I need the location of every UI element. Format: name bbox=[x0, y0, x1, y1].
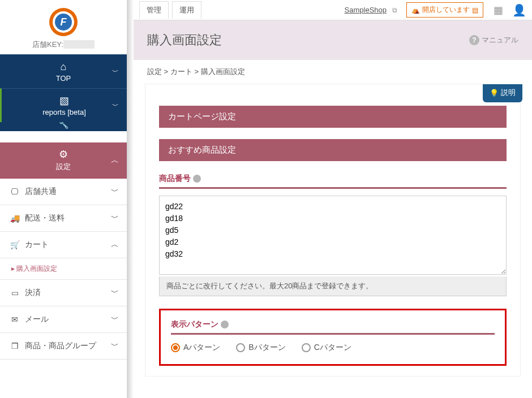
card-icon: ▭ bbox=[9, 288, 20, 297]
nav-reports-label: reports [beta] bbox=[42, 108, 86, 116]
external-link-icon: ⧉ bbox=[392, 6, 397, 14]
field-product-no-label: 商品番号 bbox=[159, 174, 507, 184]
sidebar-item-label: 商品・商品グループ bbox=[25, 341, 96, 351]
nav-settings-label: 設定 bbox=[56, 162, 71, 172]
sidebar-item-cart[interactable]: 🛒 カート ︿ bbox=[0, 232, 127, 258]
logo-icon: F bbox=[49, 8, 78, 36]
chart-icon: ▧ bbox=[59, 96, 69, 106]
sidebar-item-mail[interactable]: ✉ メール ﹀ bbox=[0, 306, 127, 333]
field-pattern-label: 表示パターン bbox=[171, 319, 495, 330]
gear-icon: ⚙ bbox=[59, 149, 68, 159]
sidebar-item-store-common[interactable]: 🖵 店舗共通 ﹀ bbox=[0, 179, 127, 205]
user-icon[interactable]: 👤 bbox=[512, 3, 526, 17]
radio-label: Cパターン bbox=[314, 343, 351, 353]
nav-top[interactable]: ⌂ TOP ﹀ bbox=[0, 54, 127, 88]
radio-icon bbox=[171, 343, 180, 352]
chevron-up-icon: ︿ bbox=[111, 155, 119, 166]
pattern-radio-group: Aパターン Bパターン Cパターン bbox=[171, 343, 495, 353]
product-no-textarea[interactable] bbox=[159, 196, 507, 275]
sidebar-item-shipping[interactable]: 🚚 配送・送料 ﹀ bbox=[0, 205, 127, 232]
store-key: 店舗KEY:xxxxxx bbox=[0, 40, 127, 50]
breadcrumb: 設定 > カート > 購入画面設定 bbox=[134, 60, 532, 84]
field-underline bbox=[159, 187, 507, 189]
nav-reports[interactable]: ▧ reports [beta] ﹀ bbox=[0, 88, 127, 122]
tab-admin[interactable]: 管理 bbox=[139, 1, 169, 19]
field-underline bbox=[171, 333, 495, 335]
radio-pattern-b[interactable]: Bパターン bbox=[236, 343, 285, 353]
nav-settings[interactable]: ⚙ 設定 ︿ bbox=[0, 142, 127, 179]
manual-label: マニュアル bbox=[482, 35, 518, 45]
tab-ops[interactable]: 運用 bbox=[172, 1, 201, 19]
settings-card: 💡 説明 カートページ設定 おすすめ商品設定 商品番号 商品ごとに改行してくださ… bbox=[145, 84, 521, 377]
bulb-icon: 💡 bbox=[490, 89, 499, 97]
sidebar-item-label: 決済 bbox=[25, 288, 41, 298]
nav-collapsed: 🔧 bbox=[0, 122, 127, 131]
shop-status-label: 開店しています bbox=[422, 5, 470, 15]
sidebar-item-label: 配送・送料 bbox=[25, 213, 65, 223]
chevron-down-icon: ﹀ bbox=[111, 314, 119, 325]
sidebar-item-products[interactable]: ❐ 商品・商品グループ ﹀ bbox=[0, 333, 127, 360]
section-recommend: おすすめ商品設定 bbox=[159, 139, 507, 161]
shop-status-button[interactable]: ⛺ 開店しています ▤ bbox=[406, 2, 483, 18]
radio-icon bbox=[236, 343, 245, 352]
radio-pattern-a[interactable]: Aパターン bbox=[171, 343, 220, 353]
radio-icon bbox=[302, 343, 311, 352]
chevron-down-icon: ﹀ bbox=[112, 67, 119, 76]
wrench-icon: 🔧 bbox=[59, 122, 68, 129]
explain-label: 説明 bbox=[501, 88, 516, 98]
logo-area: F 店舗KEY:xxxxxx bbox=[0, 0, 127, 54]
truck-icon: 🚚 bbox=[9, 214, 20, 223]
divider-shadow bbox=[127, 0, 134, 398]
hint-icon bbox=[221, 321, 229, 328]
sidebar-subitem-label: 購入画面設定 bbox=[16, 265, 57, 272]
apps-icon[interactable]: ▦ bbox=[494, 4, 503, 16]
sidebar-item-label: カート bbox=[25, 240, 49, 250]
copy-icon: ❐ bbox=[9, 341, 20, 351]
chevron-down-icon: ﹀ bbox=[111, 187, 119, 197]
chevron-down-icon: ﹀ bbox=[111, 213, 119, 223]
page-header: 購入画面設定 ? マニュアル bbox=[134, 20, 532, 60]
radio-label: Bパターン bbox=[248, 343, 285, 353]
toggle-icon: ▤ bbox=[472, 6, 478, 14]
hint-icon bbox=[193, 175, 201, 183]
chevron-down-icon: ﹀ bbox=[111, 341, 119, 351]
cart-icon: 🛒 bbox=[9, 240, 20, 249]
shop-link[interactable]: SampleShop bbox=[345, 6, 387, 14]
product-no-note: 商品ごとに改行してください。最大20商品まで登録できます。 bbox=[159, 276, 507, 296]
page-title: 購入画面設定 bbox=[147, 32, 469, 49]
mail-icon: ✉ bbox=[9, 315, 20, 324]
section-cart-page: カートページ設定 bbox=[159, 106, 507, 128]
radio-label: Aパターン bbox=[183, 343, 220, 353]
store-icon: ⛺ bbox=[411, 6, 420, 14]
sidebar-subitem-purchase-screen[interactable]: 購入画面設定 bbox=[0, 258, 127, 280]
chevron-down-icon: ﹀ bbox=[112, 101, 119, 110]
sidebar-item-payment[interactable]: ▭ 決済 ﹀ bbox=[0, 280, 127, 306]
radio-pattern-c[interactable]: Cパターン bbox=[302, 343, 351, 353]
sidebar-item-label: 店舗共通 bbox=[25, 187, 57, 197]
topbar: 管理 運用 SampleShop ⧉ ⛺ 開店しています ▤ ▦ 👤 bbox=[134, 0, 532, 20]
help-icon: ? bbox=[469, 35, 479, 45]
chevron-down-icon: ﹀ bbox=[111, 288, 119, 298]
manual-link[interactable]: ? マニュアル bbox=[469, 35, 518, 45]
sidebar-item-label: メール bbox=[25, 314, 49, 325]
chevron-up-icon: ︿ bbox=[111, 240, 119, 250]
monitor-icon: 🖵 bbox=[9, 187, 20, 196]
pattern-highlight: 表示パターン Aパターン Bパターン bbox=[159, 309, 507, 366]
nav-top-label: TOP bbox=[56, 74, 71, 83]
home-icon: ⌂ bbox=[61, 62, 67, 72]
explain-button[interactable]: 💡 説明 bbox=[483, 84, 522, 102]
